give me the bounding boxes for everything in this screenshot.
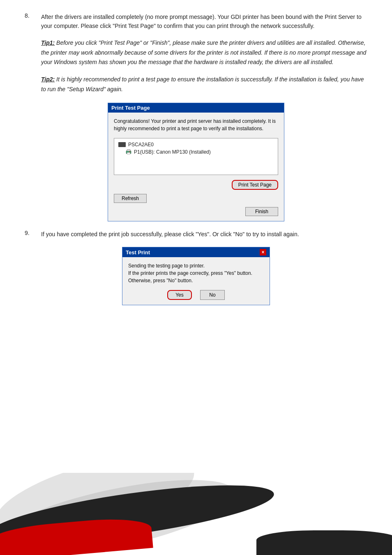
print-test-page-dialog-container: Print Test Page Congratulations! Your pr…	[25, 103, 367, 221]
tip1-label: Tip1:	[41, 39, 55, 46]
svg-point-3	[129, 151, 130, 152]
test-print-line1: Sending the testing page to printer.	[128, 262, 264, 269]
refresh-button-area: Refresh	[114, 194, 278, 203]
yes-button[interactable]: Yes	[167, 290, 192, 300]
tip2-block: Tip2: It is highly recommended to print …	[41, 75, 367, 94]
finish-button[interactable]: Finish	[245, 207, 278, 216]
finish-button-area: Finish	[114, 207, 278, 216]
printer-icon	[126, 149, 131, 155]
bottom-decoration	[0, 473, 392, 555]
test-print-body: Sending the testing page to printer. If …	[122, 257, 270, 305]
printer-row: P1(USB): Canon MP130 (Installed)	[126, 149, 274, 155]
step-8-number: 8.	[25, 12, 37, 31]
testprint-buttons: Yes No	[128, 290, 264, 300]
server-row: PSCA2AE0	[118, 142, 274, 147]
wave-black2	[256, 530, 392, 555]
tip2-text: It is highly recommended to print a test…	[41, 76, 364, 92]
printer-name: P1(USB): Canon MP130 (Installed)	[134, 149, 211, 155]
print-test-page-message: Congratulations! Your printer and print …	[114, 117, 278, 132]
test-print-dialog: Test Print × Sending the testing page to…	[122, 247, 270, 305]
step-8: 8. After the drivers are installed compl…	[25, 12, 367, 31]
svg-rect-2	[127, 152, 130, 154]
svg-rect-1	[127, 150, 130, 151]
print-test-page-dialog: Print Test Page Congratulations! Your pr…	[108, 103, 284, 221]
refresh-button[interactable]: Refresh	[114, 194, 147, 203]
test-print-titlebar: Test Print ×	[122, 247, 270, 257]
print-test-page-titlebar: Print Test Page	[108, 103, 284, 113]
printer-tree: PSCA2AE0 P1(USB): Canon MP130 (Installed…	[114, 138, 278, 175]
tip1-block: Tip1: Before you click "Print Test Page"…	[41, 38, 367, 67]
test-print-title: Test Print	[126, 249, 150, 256]
print-test-page-buttons-right: Print Test Page	[114, 180, 278, 190]
tip2-label: Tip2:	[41, 76, 55, 83]
test-print-line2: If the printer prints the page correctly…	[128, 269, 264, 277]
server-icon	[118, 142, 126, 147]
test-print-line3: Otherwise, press "No" button.	[128, 277, 264, 284]
print-test-page-button[interactable]: Print Test Page	[232, 180, 278, 190]
no-button[interactable]: No	[200, 290, 225, 300]
server-name: PSCA2AE0	[128, 142, 154, 147]
print-test-page-body: Congratulations! Your printer and print …	[108, 113, 284, 221]
step-9: 9. If you have completed the print job s…	[25, 230, 367, 239]
step-8-text: After the drivers are installed complete…	[41, 12, 367, 31]
test-print-message: Sending the testing page to printer. If …	[128, 262, 264, 284]
test-print-dialog-container: Test Print × Sending the testing page to…	[25, 247, 367, 305]
step-9-number: 9.	[25, 230, 37, 239]
close-button[interactable]: ×	[260, 249, 266, 256]
tip1-text: Before you click "Print Test Page" or "F…	[41, 39, 366, 66]
step-9-text: If you have completed the print job succ…	[41, 230, 299, 239]
